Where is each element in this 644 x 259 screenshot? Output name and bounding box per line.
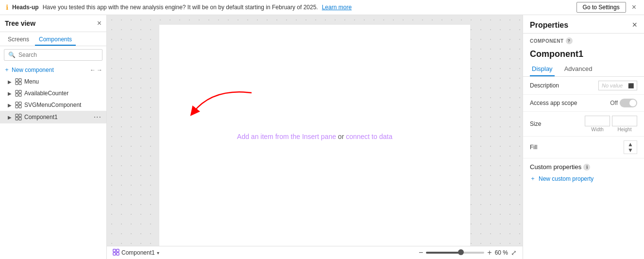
description-label: Description [530, 82, 595, 89]
component-label: COMPONENT [530, 38, 564, 44]
tree-item-available-counter-label: AvailableCounter [24, 90, 102, 97]
tab-advanced[interactable]: Advanced [562, 62, 594, 76]
custom-properties-title: Custom properties [530, 163, 581, 171]
tree-item-component1[interactable]: ▶ Component1 ··· [0, 111, 106, 123]
banner-message: Have you tested this app with the new an… [43, 4, 318, 11]
tree-view-panel: Tree view × Screens Components 🔍 ＋ New c… [0, 15, 107, 259]
new-component-row[interactable]: ＋ New component ← → [0, 64, 106, 76]
bottom-component-name: Component1 [121, 249, 155, 256]
expand-arrow-component1: ▶ [8, 115, 12, 120]
chevron-down-icon[interactable]: ▾ [157, 250, 159, 256]
svg-rect-3 [19, 82, 21, 85]
properties-close-button[interactable]: × [632, 20, 637, 30]
zoom-in-button[interactable]: + [487, 248, 491, 257]
component1-context-menu-button[interactable]: ··· [93, 113, 102, 121]
plus-icon: ＋ [4, 66, 10, 74]
component-section-label-row: COMPONENT ? [523, 34, 644, 48]
arrow-right-icon: → [97, 67, 102, 73]
svg-rect-1 [19, 79, 21, 81]
heads-up-banner: ℹ Heads-up Have you tested this app with… [0, 0, 644, 15]
size-inputs: 640 Width 640 Height [585, 116, 637, 132]
expand-arrow-menu: ▶ [8, 79, 12, 85]
tree-item-menu[interactable]: ▶ Menu [0, 76, 106, 87]
new-custom-property-label: New custom property [539, 175, 593, 182]
tree-item-svg-menu[interactable]: ▶ SVGMenuComponent [0, 99, 106, 111]
access-toggle-group: Off [610, 99, 637, 107]
access-toggle-switch[interactable] [620, 99, 637, 107]
tab-components[interactable]: Components [35, 34, 76, 46]
svg-rect-6 [16, 94, 18, 96]
properties-title: Properties [530, 21, 568, 30]
tree-view-title: Tree view [5, 19, 35, 27]
search-box: 🔍 [4, 49, 102, 61]
search-icon: 🔍 [8, 52, 16, 58]
search-input[interactable] [18, 52, 98, 58]
size-height-input[interactable]: 640 [612, 116, 637, 126]
access-app-scope-row: Access app scope Off [523, 95, 644, 112]
component-name: Component1 [523, 48, 644, 62]
arrow-annotation [174, 83, 271, 132]
svg-rect-7 [19, 94, 21, 96]
tree-item-svg-menu-label: SVGMenuComponent [24, 102, 102, 108]
expand-arrow-svg-menu: ▶ [8, 103, 12, 108]
description-value-box[interactable]: No value ⬛ [598, 81, 637, 90]
fill-arrows-icon: ▲▼ [627, 141, 633, 153]
svg-rect-14 [16, 118, 18, 120]
svg-rect-13 [19, 114, 21, 117]
canvas-bottom-bar: Component1 ▾ − + 60 % ⤢ [107, 246, 523, 259]
svg-rect-2 [16, 82, 18, 85]
banner-close-button[interactable]: × [630, 3, 638, 12]
go-to-settings-button[interactable]: Go to Settings [576, 2, 626, 13]
canvas-placeholder: Add an item from the Insert pane or conn… [237, 133, 392, 140]
arrow-left-icon: ← [90, 67, 96, 73]
info-icon: ℹ [6, 3, 8, 11]
fill-row: Fill ▲▼ [523, 137, 644, 158]
svg-rect-5 [19, 90, 21, 93]
svg-rect-19 [113, 252, 116, 255]
component-icon-available-counter [15, 89, 22, 97]
svg-rect-15 [19, 118, 21, 120]
description-value: No value [602, 83, 623, 88]
new-custom-property-row[interactable]: ＋ New custom property [523, 173, 644, 185]
svg-rect-0 [16, 79, 18, 81]
size-height-box: 640 Height [612, 116, 637, 132]
component-indicator: Component1 ▾ [113, 249, 159, 257]
svg-rect-8 [16, 102, 18, 104]
tree-item-component1-label: Component1 [24, 114, 91, 121]
svg-rect-11 [19, 105, 21, 108]
zoom-controls: − + 60 % ⤢ [419, 248, 517, 257]
zoom-out-button[interactable]: − [419, 248, 423, 257]
properties-panel: Properties × COMPONENT ? Component1 Disp… [523, 15, 644, 259]
size-width-input[interactable]: 640 [585, 116, 610, 126]
size-label: Size [530, 121, 585, 127]
custom-properties-help-icon[interactable]: ℹ [583, 164, 590, 171]
fill-label: Fill [530, 144, 624, 151]
svg-rect-18 [117, 249, 119, 251]
expand-icon: ⬛ [628, 83, 634, 88]
size-width-label: Width [591, 127, 604, 132]
size-height-label: Height [618, 127, 632, 132]
tree-item-available-counter[interactable]: ▶ AvailableCounter [0, 87, 106, 99]
learn-more-link[interactable]: Learn more [322, 4, 352, 11]
svg-rect-10 [16, 105, 18, 108]
zoom-slider-thumb[interactable] [458, 249, 464, 255]
fill-swatch[interactable]: ▲▼ [624, 140, 637, 154]
svg-rect-20 [117, 252, 119, 255]
component-icon-component1 [15, 113, 22, 121]
zoom-slider[interactable] [426, 252, 484, 254]
description-row: Description No value ⬛ [523, 77, 644, 95]
svg-rect-17 [113, 249, 116, 251]
tree-view-close-button[interactable]: × [97, 19, 102, 28]
size-width-box: 640 Width [585, 116, 610, 132]
fit-to-screen-button[interactable]: ⤢ [511, 249, 517, 257]
tree-items-list: ▶ Menu ▶ AvailableCounter ▶ S [0, 76, 106, 259]
expand-arrow-available-counter: ▶ [8, 91, 12, 96]
tab-screens[interactable]: Screens [4, 34, 33, 46]
svg-rect-4 [16, 90, 18, 93]
canvas-board: Add an item from the Insert pane or conn… [159, 25, 470, 246]
component-icon-svg-menu [15, 101, 22, 109]
new-component-label: New component [12, 67, 54, 73]
properties-tabs: Display Advanced [523, 62, 644, 77]
component-help-icon[interactable]: ? [566, 37, 573, 44]
tab-display[interactable]: Display [530, 62, 555, 76]
